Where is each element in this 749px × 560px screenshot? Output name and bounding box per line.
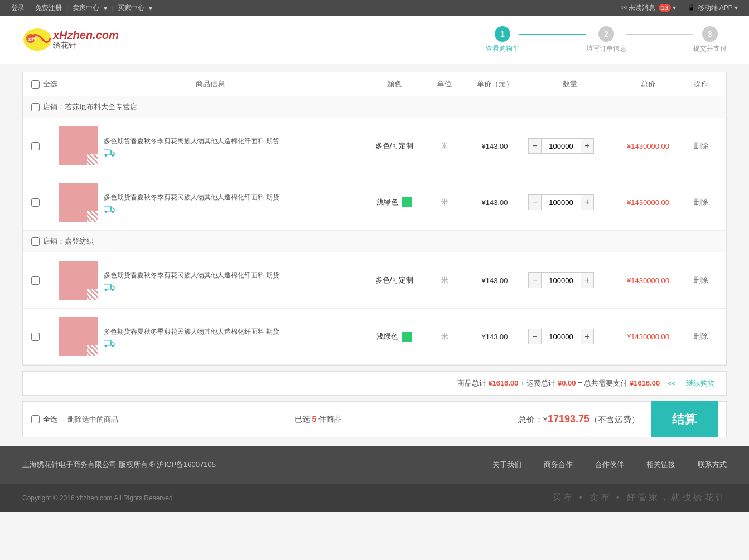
- svg-point-10: [112, 211, 114, 213]
- qty-input-s1i2[interactable]: [542, 194, 581, 210]
- item-s2i1-info: 多色期货春夏秋冬季剪花民族人物其他人造棉化纤面料 期货: [104, 270, 361, 291]
- step-line-2: [626, 34, 693, 35]
- store-row-1: 店铺：若苏厄布料大全专营店: [23, 96, 726, 118]
- item-s2i1-img: [59, 261, 98, 300]
- qty-minus-s2i1[interactable]: −: [528, 272, 542, 288]
- delete-selected-btn[interactable]: 删除选中的商品: [67, 415, 118, 425]
- item-s2i2-color: 浅绿色: [361, 332, 428, 342]
- footer-top: 上海绣花针电子商务有限公司 版权所有 ® 沪ICP备16007105 关于我们 …: [0, 446, 749, 484]
- qty-input-s2i2[interactable]: [542, 329, 581, 344]
- main-content: 全选 商品信息 颜色 单位 单价（元） 数量 总价 操作 店铺：若苏厄布料大全专…: [0, 64, 749, 446]
- item-s1i2-color: 浅绿色: [361, 197, 428, 208]
- item-s1i2-action: 删除: [684, 197, 718, 207]
- store-1-checkbox[interactable]: [31, 103, 40, 111]
- item-s2i1-qty: − +: [528, 272, 612, 288]
- buyer-center[interactable]: 买家中心: [118, 3, 144, 13]
- qty-input-s2i1[interactable]: [542, 272, 581, 288]
- qty-plus-s1i2[interactable]: +: [581, 194, 594, 210]
- item-s1i1-color: 多色/可定制: [361, 141, 428, 151]
- table-row: 多色期货春夏秋冬季剪花民族人物其他人造棉化纤面料 期货 浅绿色 米 ¥143.0…: [23, 174, 726, 231]
- step-2-circle: 2: [598, 26, 614, 42]
- footer-link-0[interactable]: 关于我们: [492, 460, 521, 470]
- store-2-checkbox[interactable]: [31, 237, 40, 246]
- footer-link-1[interactable]: 商务合作: [544, 460, 573, 470]
- item-s1i2-product: 多色期货春夏秋冬季剪花民族人物其他人造棉化纤面料 期货: [59, 183, 361, 222]
- qty-minus-s1i2[interactable]: −: [528, 194, 542, 210]
- logo-main: xHzhen.com: [53, 29, 119, 42]
- delete-s1i1[interactable]: 删除: [694, 142, 708, 150]
- item-s2i1-action: 删除: [684, 275, 718, 285]
- qty-control-s2i2: − +: [528, 329, 612, 344]
- total-info: 总价：¥17193.75（不含运费）: [518, 413, 640, 425]
- svg-marker-12: [111, 285, 114, 289]
- item-s1i1-unit: 米: [428, 141, 461, 151]
- checkout-steps: 1 查看购物车 2 填写订单信息 3 提交并支付: [486, 26, 727, 53]
- qty-minus-s1i1[interactable]: −: [528, 138, 542, 154]
- footer-link-3[interactable]: 相关链接: [646, 460, 675, 470]
- qty-plus-s2i1[interactable]: +: [581, 272, 594, 288]
- qty-plus-s2i2[interactable]: +: [581, 329, 594, 344]
- item-s1i2-info: 多色期货春夏秋冬季剪花民族人物其他人造棉化纤面料 期货: [104, 192, 361, 213]
- item-s1i1-product: 多色期货春夏秋冬季剪花民族人物其他人造棉化纤面料 期货: [59, 126, 361, 165]
- app-area[interactable]: 📱 移动端 APP ▾: [687, 3, 738, 13]
- item-s2i2-info: 多色期货春夏秋冬季剪花民族人物其他人造棉化纤面料 期货: [104, 327, 361, 347]
- delete-s1i2[interactable]: 删除: [694, 198, 708, 206]
- svg-point-6: [112, 154, 114, 157]
- svg-text:xH: xH: [28, 36, 36, 42]
- bottom-checkbox-all[interactable]: [31, 415, 40, 423]
- svg-point-5: [105, 154, 107, 157]
- table-row: 多色期货春夏秋冬季剪花民族人物其他人造棉化纤面料 期货 多色/可定制 米 ¥14…: [23, 118, 726, 174]
- item-s2i2-img: [59, 317, 98, 356]
- item-s2i2-checkbox[interactable]: [31, 333, 40, 341]
- header-price: 单价（元）: [461, 79, 528, 89]
- item-s1i2-checkbox[interactable]: [31, 198, 40, 207]
- step-3-label: 提交并支付: [693, 44, 727, 53]
- continue-shopping-link[interactable]: 继续购物: [686, 379, 715, 387]
- logo: xH xHzhen.com 绣花针: [22, 25, 119, 55]
- item-s2i1-checkbox[interactable]: [31, 276, 40, 285]
- footer-link-4[interactable]: 联系方式: [698, 460, 727, 470]
- qty-minus-s2i2[interactable]: −: [528, 329, 542, 344]
- sep1: |: [29, 4, 31, 12]
- header-checkbox-all[interactable]: [31, 80, 40, 89]
- buyer-arrow: ▾: [149, 4, 152, 12]
- step-2-label: 填写订单信息: [586, 44, 626, 53]
- item-s2i2-name: 多色期货春夏秋冬季剪花民族人物其他人造棉化纤面料 期货: [104, 327, 361, 337]
- truck-icon: [104, 339, 115, 347]
- step-1: 1 查看购物车: [486, 26, 519, 53]
- ship-amt: ¥0.00: [558, 379, 576, 387]
- qty-input-s1i1[interactable]: [542, 138, 581, 154]
- total-suffix: （不含运费）: [589, 415, 640, 424]
- item-s2i2-action: 删除: [684, 332, 718, 342]
- selected-count: 5: [312, 415, 316, 423]
- messages-area[interactable]: ✉ 未读消息 13 ▾: [621, 3, 676, 13]
- header: xH xHzhen.com 绣花针 1 查看购物车 2 填写订单信息 3 提交并…: [0, 16, 749, 64]
- item-s2i2-price: ¥143.00: [461, 333, 528, 341]
- selected-suffix: 件商品: [318, 415, 342, 423]
- store-1-name: 店铺：若苏厄布料大全专营店: [43, 102, 137, 112]
- seller-center[interactable]: 卖家中心: [73, 3, 99, 13]
- store-row-2: 店铺：嘉登纺织: [23, 231, 726, 252]
- svg-marker-4: [111, 151, 114, 155]
- step-1-label: 查看购物车: [486, 44, 519, 53]
- item-s1i2-qty: − +: [528, 194, 612, 210]
- delete-s2i1[interactable]: 删除: [694, 276, 708, 284]
- item-s2i2-product: 多色期货春夏秋冬季剪花民族人物其他人造棉化纤面料 期货: [59, 317, 361, 356]
- qty-plus-s1i1[interactable]: +: [581, 138, 594, 154]
- app-label: 移动端 APP: [698, 4, 733, 12]
- login-link[interactable]: 登录: [11, 3, 25, 13]
- goods-amt: ¥1616.00: [488, 379, 518, 387]
- qty-control-s2i1: − +: [528, 272, 612, 288]
- item-s1i2-total: ¥1430000.00: [612, 198, 684, 207]
- top-nav-left: 登录 | 免费注册 | 卖家中心 ▾ | 买家中心 ▾: [11, 3, 152, 13]
- svg-marker-8: [111, 207, 114, 211]
- footer-link-2[interactable]: 合作伙伴: [595, 460, 624, 470]
- item-s1i1-checkbox[interactable]: [31, 142, 40, 150]
- checkout-button[interactable]: 结算: [651, 401, 718, 437]
- step-1-circle: 1: [495, 26, 510, 42]
- qty-control-s1i2: − +: [528, 194, 612, 210]
- bottom-check: 全选: [31, 415, 59, 425]
- register-link[interactable]: 免费注册: [35, 3, 62, 13]
- delete-s2i2[interactable]: 删除: [694, 332, 708, 340]
- top-nav: 登录 | 免费注册 | 卖家中心 ▾ | 买家中心 ▾ ✉ 未读消息 13 ▾ …: [0, 0, 749, 16]
